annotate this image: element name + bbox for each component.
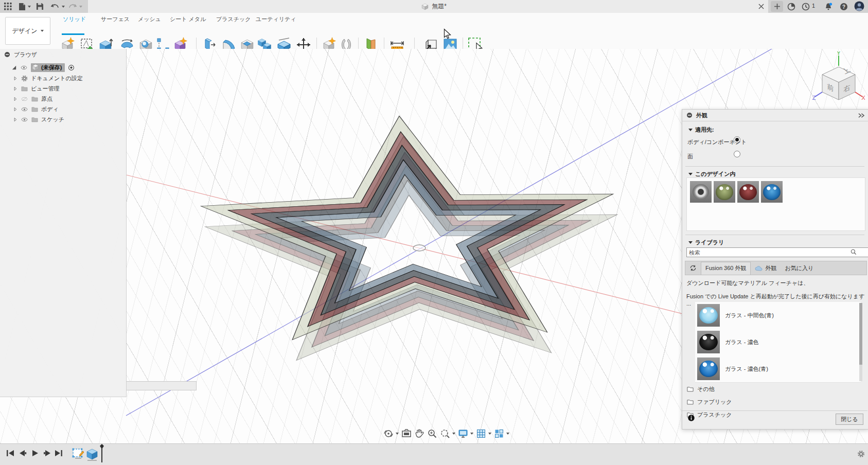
list-scrollbar-thumb[interactable]	[859, 303, 862, 365]
folder-icon	[21, 85, 28, 93]
browser-root-row[interactable]: (未保存)	[0, 62, 126, 73]
timeline-extrude-feature[interactable]	[85, 447, 99, 461]
timeline-playhead[interactable]	[99, 444, 105, 463]
design-workspace-button[interactable]: デザイン	[5, 17, 50, 45]
cloud-icon	[755, 265, 763, 271]
appearance-title: 外観	[696, 112, 707, 119]
apply-option-body-radio[interactable]	[734, 136, 740, 143]
pan-icon[interactable]	[414, 428, 424, 439]
grid-settings-icon[interactable]	[476, 428, 491, 439]
timeline-bar	[0, 443, 868, 465]
library-tab-appearance[interactable]: 外観	[751, 262, 781, 274]
material-row-glass-medium-blue[interactable]: ガラス - 中間色(青)	[695, 302, 861, 329]
library-notice-line1: ダウンロード可能なマテリアル フィーチャは、	[686, 279, 809, 287]
orbit-icon[interactable]	[383, 428, 399, 439]
zoom-icon[interactable]	[427, 428, 437, 439]
tab-solid[interactable]: ソリッド	[63, 15, 86, 23]
help-icon[interactable]: ?	[840, 0, 848, 13]
apply-option-face-radio[interactable]	[734, 151, 740, 157]
origin-marker	[413, 245, 426, 251]
list-scrollbar-track[interactable]	[859, 303, 862, 381]
material-row-glass-dark-blue[interactable]: ガラス - 濃色(青)	[695, 355, 861, 383]
tab-plastic[interactable]: プラスチック	[216, 15, 251, 23]
activate-radio-icon[interactable]	[68, 64, 75, 71]
gear-icon	[21, 75, 28, 82]
folder-icon	[686, 398, 694, 406]
info-icon[interactable]	[687, 414, 695, 422]
expand-arrow-icon[interactable]	[11, 65, 17, 70]
search-icon[interactable]	[850, 248, 857, 256]
folder-label: その他	[697, 385, 715, 393]
viewports-icon[interactable]	[494, 428, 509, 439]
document-title-area: 無題*	[0, 0, 868, 13]
tab-surface[interactable]: サーフェス	[101, 15, 130, 23]
timeline-step-back-icon[interactable]	[19, 449, 27, 457]
titlebar: 無題* 1 ?	[0, 0, 868, 13]
star-model[interactable]	[193, 110, 630, 363]
zoom-window-icon[interactable]	[440, 428, 455, 439]
look-at-icon[interactable]	[401, 428, 412, 439]
collapse-chevrons-icon[interactable]	[858, 113, 864, 118]
library-refresh-button[interactable]	[685, 262, 701, 274]
material-row-glass-dark[interactable]: ガラス - 濃色	[695, 329, 861, 356]
tab-utilities[interactable]: ユーティリティ	[256, 15, 296, 23]
folder-icon	[31, 95, 39, 103]
avatar[interactable]	[854, 1, 864, 12]
tab-sheetmetal[interactable]: シート メタル	[170, 15, 206, 23]
svg-text:?: ?	[842, 4, 845, 9]
timeline-play-icon[interactable]	[31, 449, 39, 457]
apply-to-header[interactable]: 適用先:	[688, 126, 714, 134]
timeline-settings-gear-icon[interactable]	[857, 450, 865, 458]
appearance-dialog: 外観 適用先: ボディ/コンポーネント 面 このデザイン内	[682, 109, 868, 430]
swatch-red-glass[interactable]	[737, 181, 759, 203]
comments-bar[interactable]	[126, 381, 197, 390]
notification-bell-icon[interactable]	[824, 0, 832, 13]
expand-arrow-icon[interactable]	[12, 117, 18, 122]
browser-panel-icon[interactable]	[4, 51, 10, 58]
visibility-eye-icon[interactable]	[21, 116, 28, 123]
timeline-go-end-icon[interactable]	[55, 449, 63, 457]
folder-label: ファブリック	[697, 398, 732, 406]
component-cube-icon	[32, 64, 39, 71]
library-tab-favorites[interactable]: お気に入り	[781, 262, 818, 274]
material-thumbnail	[697, 331, 720, 353]
swatch-silver[interactable]	[690, 181, 712, 203]
close-button[interactable]: 閉じる	[836, 414, 863, 425]
browser-item-sketches[interactable]: スケッチ	[0, 114, 126, 124]
visibility-eye-icon[interactable]	[21, 105, 28, 113]
browser-item-bodies[interactable]: ボディ	[0, 104, 126, 114]
appearance-header[interactable]: 外観	[682, 110, 868, 121]
expand-arrow-icon[interactable]	[12, 106, 18, 112]
timeline-sketch-feature[interactable]	[72, 447, 84, 460]
extensions-icon[interactable]	[787, 0, 795, 13]
expand-arrow-icon[interactable]	[12, 96, 18, 102]
folder-other[interactable]: その他	[686, 384, 715, 394]
close-tab-icon[interactable]	[758, 0, 764, 13]
visibility-off-icon[interactable]	[21, 95, 28, 103]
swatch-blue-glass[interactable]	[761, 181, 783, 203]
panel-menu-icon[interactable]	[686, 112, 693, 118]
viewcube[interactable]: Y 上 前 右 Z X	[812, 51, 866, 109]
timeline-step-forward-icon[interactable]	[43, 449, 51, 457]
display-settings-icon[interactable]	[458, 428, 473, 439]
browser-item-document-settings[interactable]: ドキュメントの設定	[0, 73, 126, 83]
library-header[interactable]: ライブラリ	[688, 239, 724, 246]
view-navbar	[383, 427, 509, 440]
folder-icon	[686, 385, 694, 393]
expand-arrow-icon[interactable]	[12, 76, 18, 81]
browser-item-origin[interactable]: 原点	[0, 94, 126, 104]
in-design-header[interactable]: このデザイン内	[688, 170, 736, 178]
job-status-icon[interactable]	[802, 0, 810, 13]
library-tab-fusion[interactable]: Fusion 360 外観	[701, 262, 751, 275]
timeline-go-start-icon[interactable]	[6, 449, 14, 457]
new-tab-button[interactable]	[771, 1, 783, 12]
visibility-eye-icon[interactable]	[20, 64, 28, 71]
folder-fabric[interactable]: ファブリック	[686, 397, 732, 406]
swatch-green-glass[interactable]	[714, 181, 735, 203]
library-search-input[interactable]	[686, 247, 868, 257]
browser-item-named-views[interactable]: ビュー管理	[0, 83, 126, 94]
material-name: ガラス - 濃色(青)	[725, 365, 768, 373]
root-document-chip[interactable]: (未保存)	[31, 63, 65, 72]
expand-arrow-icon[interactable]	[12, 86, 18, 92]
tab-mesh[interactable]: メッシュ	[138, 15, 161, 23]
